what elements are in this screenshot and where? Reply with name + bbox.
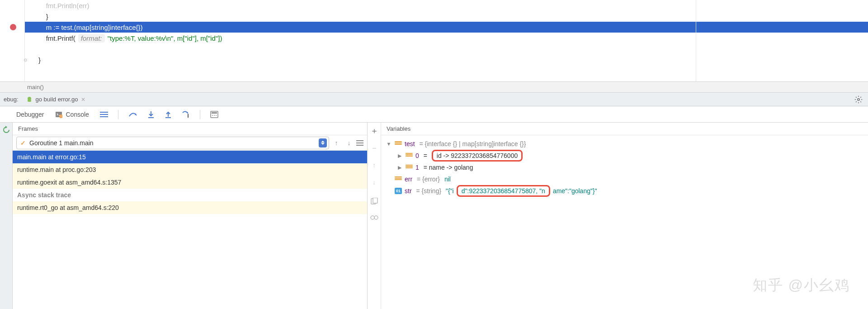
svg-rect-18: [356, 145, 363, 146]
svg-rect-20: [373, 198, 377, 203]
svg-point-15: [216, 115, 217, 116]
tree-expand-icon[interactable]: ▼: [386, 141, 392, 147]
code-line-current[interactable]: m := test.(map[string]interface{}): [25, 22, 868, 33]
prev-frame-icon[interactable]: ↑: [331, 138, 342, 148]
frames-panel: Frames ✓ Goroutine 1 main.main ↑ ↓ main.…: [13, 123, 368, 309]
frame-item[interactable]: Async stack trace: [13, 189, 367, 201]
rerun-icon[interactable]: [2, 125, 11, 134]
breadcrumb[interactable]: main(): [0, 81, 868, 93]
svg-rect-1: [28, 100, 31, 102]
variables-toolbar-strip: ＋ － ↑ ↓: [368, 123, 381, 309]
variables-panel: Variables ▼ test = {interface {} | map[s…: [381, 123, 868, 309]
add-watch-icon[interactable]: ＋: [369, 125, 380, 136]
console-icon: [55, 111, 62, 118]
svg-rect-7: [100, 116, 108, 117]
check-icon: ✓: [20, 139, 26, 147]
svg-rect-12: [212, 112, 217, 114]
breakpoint-icon[interactable]: [10, 24, 16, 30]
debug-config-tab[interactable]: go build error.go ✕: [23, 95, 88, 104]
gutter: ⊖: [0, 0, 25, 81]
evaluate-icon[interactable]: [210, 111, 218, 118]
variables-tree[interactable]: ▼ test = {interface {} | map[string]inte…: [381, 135, 868, 200]
glasses-icon[interactable]: [370, 215, 378, 220]
object-icon: [406, 165, 413, 170]
frames-header: Frames: [13, 123, 367, 135]
down-icon[interactable]: ↓: [369, 177, 380, 188]
svg-point-22: [374, 216, 378, 219]
tab-debugger[interactable]: Debugger: [15, 109, 45, 120]
object-icon: [395, 141, 402, 147]
svg-point-2: [858, 98, 860, 100]
object-icon: [395, 176, 402, 182]
svg-rect-5: [100, 112, 108, 113]
goroutine-selector[interactable]: ✓ Goroutine 1 main.main: [16, 137, 329, 149]
code-editor[interactable]: ⊖ fmt.Println(err) } m := test.(map[stri…: [0, 0, 868, 81]
tree-collapse-icon[interactable]: ▶: [396, 153, 403, 159]
svg-rect-16: [356, 140, 363, 141]
variables-header: Variables: [381, 123, 868, 135]
debug-controls-strip: [0, 123, 13, 309]
svg-point-14: [214, 115, 215, 116]
debug-tabs-bar: ebug: go build error.go ✕: [0, 93, 868, 106]
remove-watch-icon[interactable]: －: [369, 143, 380, 153]
next-frame-icon[interactable]: ↓: [344, 138, 354, 148]
code-line[interactable]: [25, 43, 868, 54]
highlight-box: d":9223372036854775807, "n: [457, 185, 550, 197]
object-icon: [406, 153, 413, 158]
gear-icon[interactable]: [854, 95, 863, 104]
param-hint: format:: [78, 34, 105, 43]
frame-item[interactable]: runtime.rt0_go at asm_amd64.s:220: [13, 201, 367, 214]
svg-rect-17: [356, 143, 363, 143]
code-line[interactable]: fmt.Println(err): [25, 0, 868, 11]
up-icon[interactable]: ↑: [369, 160, 380, 171]
debug-toolbar: Debugger Console: [0, 106, 868, 123]
svg-rect-9: [165, 117, 171, 118]
code-line[interactable]: }: [25, 11, 868, 22]
frame-item[interactable]: main.main at error.go:15: [13, 151, 367, 163]
svg-point-13: [212, 115, 213, 116]
tab-console[interactable]: Console: [65, 109, 90, 120]
run-to-cursor-icon[interactable]: [182, 111, 190, 118]
frame-item[interactable]: runtime.main at proc.go:203: [13, 163, 367, 176]
threads-icon[interactable]: [100, 111, 108, 118]
fold-icon[interactable]: ⊖: [24, 57, 27, 62]
frame-list[interactable]: main.main at error.go:15runtime.main at …: [13, 151, 367, 309]
svg-rect-6: [100, 114, 108, 115]
svg-point-21: [371, 216, 374, 219]
code-line[interactable]: fmt.Printf( format: "type:%T, value:%v\n…: [25, 33, 868, 43]
tree-collapse-icon[interactable]: ▶: [396, 165, 403, 171]
step-into-icon[interactable]: [147, 110, 155, 119]
editor-margin-line: [696, 0, 696, 81]
debug-label: ebug:: [4, 96, 19, 103]
step-over-icon[interactable]: [128, 111, 137, 118]
svg-rect-10: [188, 114, 189, 118]
filter-icon[interactable]: [356, 140, 363, 146]
svg-rect-8: [148, 117, 154, 118]
close-icon[interactable]: ✕: [81, 96, 85, 103]
highlight-box: id -> 9223372036854776000: [432, 150, 523, 162]
frame-item[interactable]: runtime.goexit at asm_amd64.s:1357: [13, 176, 367, 189]
step-out-icon[interactable]: [165, 110, 172, 119]
code-line[interactable]: }: [25, 54, 868, 65]
copy-icon[interactable]: [370, 198, 378, 205]
string-icon: 01: [395, 188, 402, 194]
dropdown-arrows-icon[interactable]: [319, 138, 327, 147]
bug-icon: [26, 96, 33, 103]
